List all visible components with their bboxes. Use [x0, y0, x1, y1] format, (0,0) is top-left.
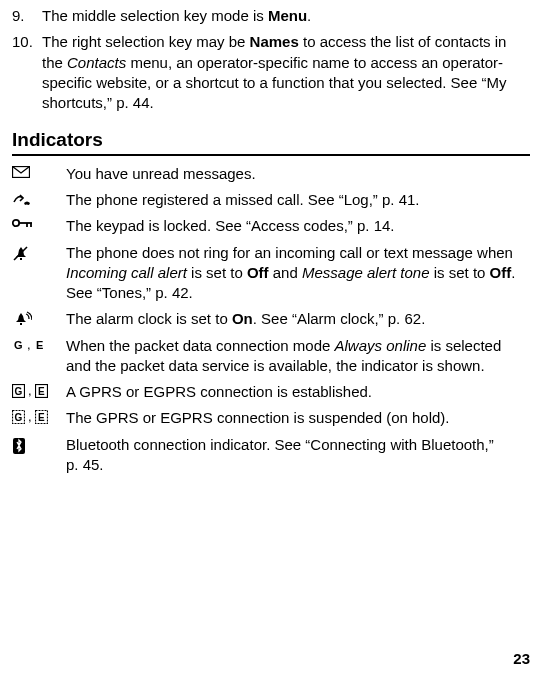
page-number: 23 — [513, 649, 530, 669]
text: The phone does not ring for an incoming … — [66, 244, 513, 261]
list-number: 10. — [12, 32, 34, 113]
text-italic: Contacts — [67, 54, 126, 71]
gprs-established-icon: G , E — [12, 382, 52, 402]
text-italic: Always online — [335, 337, 427, 354]
list-item-9: 9. The middle selection key mode is Menu… — [12, 6, 530, 26]
comma: , — [28, 410, 32, 424]
text-italic: Message alert tone — [302, 264, 430, 281]
text: The middle selection key mode is — [42, 7, 268, 24]
text-bold: On — [232, 310, 253, 327]
list-item-10: 10. The right selection key may be Names… — [12, 32, 530, 113]
envelope-icon — [12, 164, 52, 184]
text-bold: Off — [490, 264, 512, 281]
indicator-missed-call: The phone registered a missed call. See … — [12, 190, 530, 210]
indicator-unread: You have unread messages. — [12, 164, 530, 184]
indicator-gprs-suspended: G , E The GPRS or EGPRS connection is su… — [12, 408, 530, 428]
indicator-desc: Bluetooth connection indicator. See “Con… — [66, 435, 530, 476]
text: The right selection key may be — [42, 33, 250, 50]
gprs-suspended-icon: G , E — [12, 408, 52, 428]
indicator-desc: The phone registered a missed call. See … — [66, 190, 530, 210]
bluetooth-icon — [12, 435, 52, 476]
svg-text:E: E — [36, 339, 43, 351]
indicator-desc: A GPRS or EGPRS connection is establishe… — [66, 382, 530, 402]
indicator-bluetooth: Bluetooth connection indicator. See “Con… — [12, 435, 530, 476]
indicator-desc: The phone does not ring for an incoming … — [66, 243, 530, 304]
svg-text:E: E — [38, 412, 45, 423]
indicator-desc: When the packet data connection mode Alw… — [66, 336, 530, 377]
text-italic: Incoming call alert — [66, 264, 187, 281]
indicator-silent: The phone does not ring for an incoming … — [12, 243, 530, 304]
key-icon — [12, 216, 52, 236]
indicator-desc: You have unread messages. — [66, 164, 530, 184]
text-bold: Names — [250, 33, 299, 50]
indicator-packet-data: G , E When the packet data connection mo… — [12, 336, 530, 377]
alarm-icon — [12, 309, 52, 329]
text: The alarm clock is set to — [66, 310, 232, 327]
comma: , — [27, 338, 31, 352]
section-heading-indicators: Indicators — [12, 127, 530, 156]
text: When the packet data connection mode — [66, 337, 335, 354]
list-body: The middle selection key mode is Menu. — [42, 6, 530, 26]
indicator-alarm: The alarm clock is set to On. See “Alarm… — [12, 309, 530, 329]
indicator-desc: The alarm clock is set to On. See “Alarm… — [66, 309, 530, 329]
text: is set to — [187, 264, 247, 281]
indicator-locked: The keypad is locked. See “Access codes,… — [12, 216, 530, 236]
svg-text:G: G — [14, 339, 23, 351]
text-bold: Off — [247, 264, 269, 281]
list-body: The right selection key may be Names to … — [42, 32, 530, 113]
text-bold: Menu — [268, 7, 307, 24]
svg-point-1 — [13, 220, 19, 226]
text: . — [307, 7, 311, 24]
comma: , — [28, 384, 32, 398]
text: is set to — [430, 264, 490, 281]
missed-call-icon — [12, 190, 52, 210]
text: and — [269, 264, 302, 281]
svg-text:G: G — [15, 412, 23, 423]
text: . See “Alarm clock,” p. 62. — [253, 310, 426, 327]
list-number: 9. — [12, 6, 34, 26]
indicator-desc: The GPRS or EGPRS connection is suspende… — [66, 408, 530, 428]
silent-icon — [12, 243, 52, 304]
indicator-gprs-established: G , E A GPRS or EGPRS connection is esta… — [12, 382, 530, 402]
svg-text:G: G — [15, 386, 23, 397]
indicator-desc: The keypad is locked. See “Access codes,… — [66, 216, 530, 236]
svg-text:E: E — [38, 386, 45, 397]
packet-data-icon: G , E — [12, 336, 52, 377]
